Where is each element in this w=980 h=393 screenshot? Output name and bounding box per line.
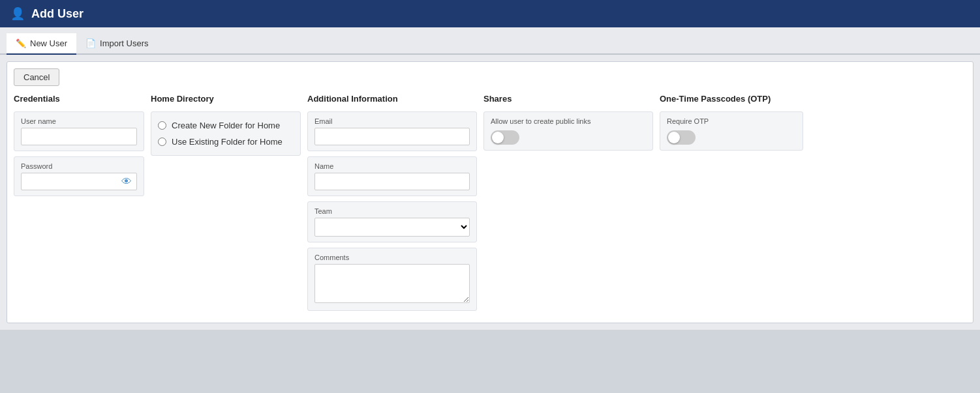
additional-info-section: Additional Information Email Name Team [307, 94, 477, 316]
import-users-tab-label: Import Users [100, 38, 148, 48]
username-label: User name [21, 117, 137, 125]
add-user-icon: 👤 [10, 7, 25, 21]
home-directory-section: Home Directory Create New Folder for Hom… [151, 94, 301, 161]
password-wrapper: 👁 [21, 173, 137, 190]
name-input[interactable] [314, 173, 470, 190]
eye-icon[interactable]: 👁 [121, 176, 132, 188]
page-title: Add User [31, 7, 84, 21]
email-label: Email [314, 117, 470, 125]
create-new-folder-option[interactable]: Create New Folder for Home [158, 117, 294, 134]
create-new-folder-radio[interactable] [158, 121, 166, 130]
shares-field-group: Allow user to create public links [483, 111, 653, 151]
create-new-folder-label: Create New Folder for Home [172, 121, 280, 130]
home-directory-options: Create New Folder for Home Use Existing … [151, 111, 301, 156]
home-directory-title: Home Directory [151, 94, 301, 106]
import-users-tab-icon: 📄 [85, 38, 96, 48]
sections-row: Credentials User name Password 👁 Home Di… [14, 94, 966, 316]
cancel-button[interactable]: Cancel [14, 68, 59, 86]
otp-toggle-container [667, 130, 796, 145]
public-links-toggle-container [491, 130, 646, 145]
name-label: Name [314, 162, 470, 170]
password-input[interactable] [21, 173, 137, 190]
tab-import-users[interactable]: 📄 Import Users [76, 33, 157, 55]
tab-bar: ✏️ New User 📄 Import Users [0, 27, 980, 55]
shares-section: Shares Allow user to create public links [483, 94, 653, 156]
team-label: Team [314, 207, 470, 215]
email-field-group: Email [307, 111, 477, 151]
new-user-tab-label: New User [30, 38, 67, 48]
new-user-tab-icon: ✏️ [16, 38, 26, 48]
public-links-toggle[interactable] [491, 130, 519, 145]
shares-title: Shares [483, 94, 653, 106]
otp-slider [667, 130, 696, 145]
main-content: Cancel Credentials User name Password 👁 [0, 55, 980, 330]
use-existing-folder-option[interactable]: Use Existing Folder for Home [158, 134, 294, 150]
email-input[interactable] [314, 128, 470, 145]
team-select[interactable] [314, 218, 470, 237]
otp-title: One-Time Passcodes (OTP) [660, 94, 803, 106]
main-card: Cancel Credentials User name Password 👁 [7, 61, 973, 323]
use-existing-folder-radio[interactable] [158, 138, 166, 146]
username-input[interactable] [21, 128, 137, 145]
otp-toggle[interactable] [667, 130, 696, 145]
comments-label: Comments [314, 254, 470, 261]
name-field-group: Name [307, 156, 477, 196]
app-header: 👤 Add User [0, 0, 980, 27]
public-links-label: Allow user to create public links [491, 117, 646, 125]
use-existing-folder-label: Use Existing Folder for Home [172, 137, 283, 147]
team-field-group: Team [307, 201, 477, 242]
password-field-group: Password 👁 [14, 156, 144, 196]
credentials-title: Credentials [14, 94, 144, 106]
tab-new-user[interactable]: ✏️ New User [7, 33, 76, 55]
otp-section: One-Time Passcodes (OTP) Require OTP [660, 94, 803, 156]
username-field-group: User name [14, 111, 144, 151]
public-links-slider [491, 130, 519, 145]
credentials-section: Credentials User name Password 👁 [14, 94, 144, 201]
comments-field-group: Comments [307, 248, 477, 311]
otp-field-group: Require OTP [660, 111, 803, 151]
require-otp-label: Require OTP [667, 117, 796, 125]
comments-textarea[interactable] [314, 264, 470, 303]
additional-info-title: Additional Information [307, 94, 477, 106]
password-label: Password [21, 162, 137, 170]
